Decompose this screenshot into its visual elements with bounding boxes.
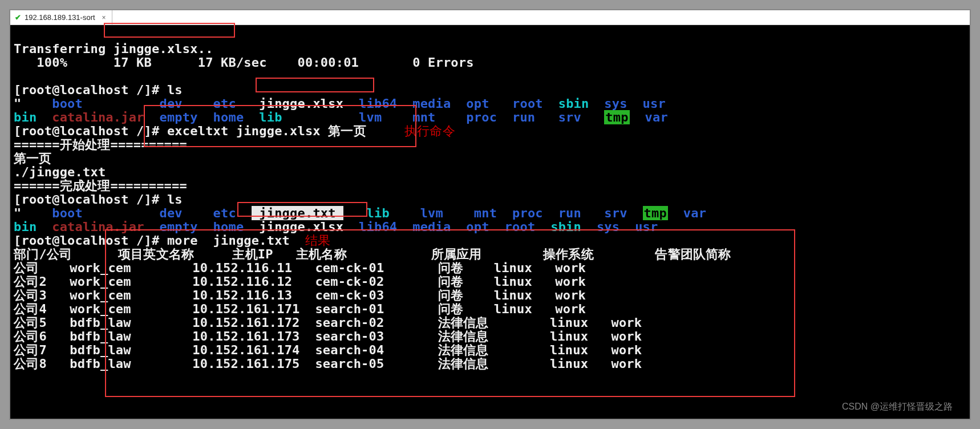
annotation-result: 结果 [305, 233, 330, 248]
proc-sheet: 第一页 [14, 151, 52, 165]
ls2-row1: " boot dev etc jingge.txt lib lvm mnt pr… [14, 206, 706, 220]
watermark: CSDN @运维打怪晋级之路 [842, 401, 953, 413]
highlight-box [256, 78, 374, 92]
terminal-window: ✔ 192.168.189.131-sort × Transferring ji… [9, 9, 971, 420]
close-icon[interactable]: × [102, 14, 106, 22]
tab-session[interactable]: ✔ 192.168.189.131-sort × [10, 10, 112, 25]
selected-file: jingge.txt [252, 206, 343, 220]
ls1-row2: bin catalina.jar empty home lib lvm mnt … [14, 110, 668, 124]
proc-done: ======完成处理========== [14, 179, 187, 193]
table-row: 公司6 bdfb_law 10.152.161.173 search-03 法律… [14, 329, 642, 343]
ls1-row1: " boot dev etc jingge.xlsx lib64 media o… [14, 96, 666, 111]
terminal-content[interactable]: Transferring jingge.xlsx.. 100% 17 KB 17… [10, 25, 970, 429]
tab-bar: ✔ 192.168.189.131-sort × [10, 10, 970, 25]
transfer-progress: 100% 17 KB 17 KB/sec 00:00:01 0 Errors [14, 55, 474, 70]
annotation-exec: 执行命令 [404, 124, 455, 138]
table-row: 公司7 bdfb_law 10.152.161.174 search-04 法律… [14, 343, 642, 357]
transfer-line: Transferring jingge.xlsx.. [14, 42, 213, 56]
connected-icon: ✔ [15, 13, 21, 22]
table-row: 公司3 work_cem 10.152.116.13 cem-ck-03 问卷 … [14, 288, 586, 302]
tab-title: 192.168.189.131-sort [25, 13, 95, 22]
table-row: 公司 work_cem 10.152.116.11 cem-ck-01 问卷 l… [14, 261, 586, 275]
table-row: 公司2 work_cem 10.152.116.12 cem-ck-02 问卷 … [14, 274, 586, 289]
table-row: 公司4 work_cem 10.152.161.171 search-01 问卷… [14, 302, 586, 316]
prompt-more: [root@localhost /]# more jingge.txt 结果 [14, 233, 330, 248]
table-row: 公司8 bdfb_law 10.152.161.175 search-05 法律… [14, 357, 642, 371]
table-row: 公司5 bdfb_law 10.152.161.172 search-02 法律… [14, 315, 642, 330]
highlight-box [104, 23, 235, 38]
prompt-ls-2: [root@localhost /]# ls [14, 192, 183, 207]
proc-outfile: ./jingge.txt [14, 165, 106, 179]
prompt-exceltxt: [root@localhost /]# exceltxt jingge.xlsx… [14, 124, 366, 138]
table-header: 部门/公司 项目英文名称 主机IP 主机名称 所属应用 操作系统 告警团队简称 [14, 247, 731, 261]
prompt-ls-1: [root@localhost /]# ls [14, 83, 183, 97]
proc-start: ======开始处理========== [14, 137, 187, 152]
ls2-row2: bin catalina.jar empty home jingge.xlsx … [14, 220, 658, 234]
